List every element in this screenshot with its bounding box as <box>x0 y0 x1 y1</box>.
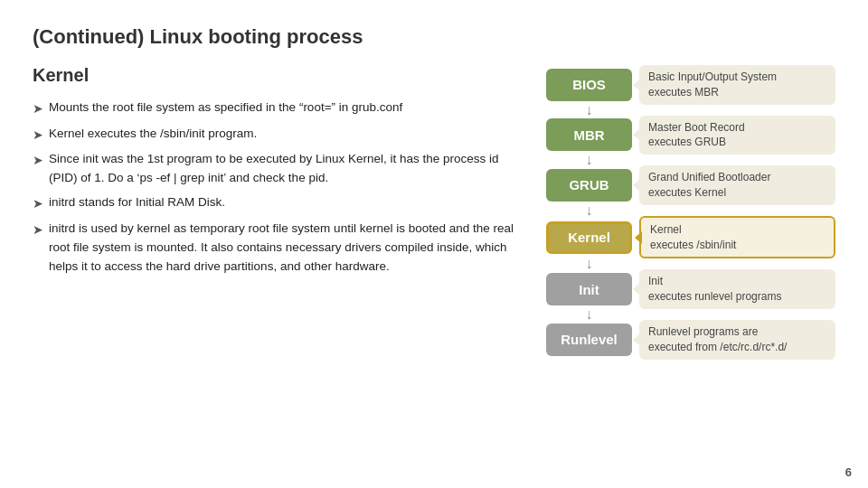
boot-desc-bios: Basic Input/Output System executes MBR <box>639 65 835 105</box>
bullet-arrow: ➤ <box>33 99 43 119</box>
slide: (Continued) Linux booting process Kernel… <box>0 0 868 488</box>
left-panel: Kernel ➤Mounts the root file system as s… <box>33 61 519 360</box>
right-panel: BIOSBasic Input/Output System executes M… <box>546 61 835 360</box>
bullet-text: Kernel executes the /sbin/init program. <box>49 125 519 144</box>
diagram-container: BIOSBasic Input/Output System executes M… <box>546 65 835 360</box>
boot-row-grub: GRUBGrand Unified Bootloader executes Ke… <box>546 165 835 205</box>
boot-label-mbr: MBR <box>546 118 632 151</box>
slide-title: (Continued) Linux booting process <box>33 25 835 49</box>
boot-label-kernel: Kernel <box>546 221 632 254</box>
boot-desc-runlevel: Runlevel programs are executed from /etc… <box>639 320 835 360</box>
list-item: ➤Mounts the root file system as specifie… <box>33 99 519 119</box>
boot-row-runlevel: RunlevelRunlevel programs are executed f… <box>546 320 835 360</box>
boot-label-grub: GRUB <box>546 169 632 202</box>
boot-row-bios: BIOSBasic Input/Output System executes M… <box>546 65 835 105</box>
boot-row-init: InitInit executes runlevel programs <box>546 269 835 309</box>
boot-desc-kernel: Kernel executes /sbin/init <box>639 216 835 259</box>
boot-label-bios: BIOS <box>546 69 632 101</box>
boot-row-mbr: MBRMaster Boot Record executes GRUB <box>546 116 835 155</box>
page-number: 6 <box>845 465 852 479</box>
list-item: ➤Kernel executes the /sbin/init program. <box>33 125 519 145</box>
bullet-text: Mounts the root file system as specified… <box>49 99 519 117</box>
list-item: ➤Since init was the 1st program to be ex… <box>33 150 519 188</box>
bullet-text: initrd stands for Initial RAM Disk. <box>49 193 519 212</box>
boot-desc-init: Init executes runlevel programs <box>639 269 835 309</box>
bullet-arrow: ➤ <box>33 221 43 240</box>
bullet-arrow: ➤ <box>33 151 43 171</box>
section-heading: Kernel <box>33 61 519 89</box>
bullet-arrow: ➤ <box>33 126 43 145</box>
boot-label-runlevel: Runlevel <box>546 324 632 356</box>
bullets-container: ➤Mounts the root file system as specifie… <box>33 99 519 277</box>
bullet-text: initrd is used by kernel as temporary ro… <box>49 220 519 277</box>
content-area: Kernel ➤Mounts the root file system as s… <box>33 61 835 360</box>
list-item: ➤initrd stands for Initial RAM Disk. <box>33 193 519 214</box>
boot-desc-mbr: Master Boot Record executes GRUB <box>639 116 835 155</box>
boot-row-kernel: KernelKernel executes /sbin/init <box>546 216 835 259</box>
bullet-text: Since init was the 1st program to be exe… <box>49 150 519 188</box>
bullet-arrow: ➤ <box>33 194 43 214</box>
boot-desc-grub: Grand Unified Bootloader executes Kernel <box>639 165 835 205</box>
boot-label-init: Init <box>546 273 632 305</box>
list-item: ➤initrd is used by kernel as temporary r… <box>33 220 519 277</box>
